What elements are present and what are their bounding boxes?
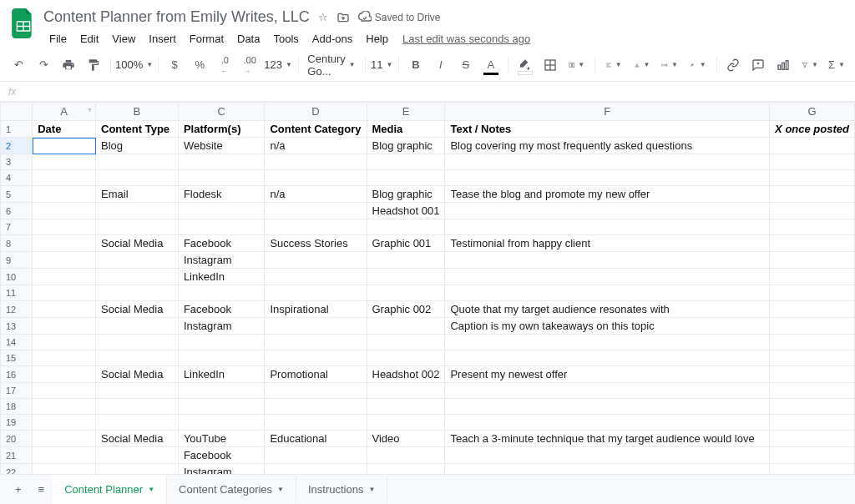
all-sheets-button[interactable]: ≡ — [30, 478, 53, 501]
cell-G6[interactable] — [770, 203, 855, 219]
cell-G1[interactable]: X once posted — [770, 121, 855, 138]
print-button[interactable] — [57, 53, 80, 77]
cell-A7[interactable] — [33, 219, 96, 235]
functions-button[interactable]: Σ▼ — [825, 53, 848, 77]
cell-F21[interactable] — [445, 447, 770, 464]
cell-E10[interactable] — [367, 269, 445, 285]
paint-format-button[interactable] — [82, 53, 105, 77]
cell-E18[interactable] — [367, 399, 445, 415]
cell-D4[interactable] — [265, 170, 367, 186]
cell-F17[interactable] — [445, 383, 770, 399]
cell-D15[interactable] — [265, 350, 367, 366]
row-num-14[interactable]: 14 — [1, 335, 33, 350]
cell-D9[interactable] — [265, 252, 367, 269]
cell-D19[interactable] — [265, 415, 367, 431]
row-num-3[interactable]: 3 — [1, 154, 33, 170]
rotate-button[interactable]: A▼ — [685, 53, 711, 77]
row-num-17[interactable]: 17 — [1, 383, 33, 399]
cell-F12[interactable]: Quote that my target audience resonates … — [445, 301, 770, 318]
fill-color-button[interactable] — [514, 53, 537, 77]
cell-E17[interactable] — [367, 383, 445, 399]
cell-G4[interactable] — [770, 170, 855, 186]
menu-data[interactable]: Data — [231, 29, 266, 48]
row-num-9[interactable]: 9 — [1, 252, 33, 269]
row-num-8[interactable]: 8 — [1, 235, 33, 252]
cell-A2[interactable] — [33, 138, 96, 154]
cell-E3[interactable] — [367, 154, 445, 170]
cell-F13[interactable]: Caption is my own takeaways on this topi… — [445, 318, 770, 335]
col-D[interactable]: D — [265, 103, 367, 121]
halign-button[interactable]: ▼ — [600, 53, 627, 77]
col-G[interactable]: G — [770, 103, 855, 121]
cell-A19[interactable] — [33, 415, 96, 431]
cell-B2[interactable]: Blog — [96, 138, 179, 154]
row-num-19[interactable]: 19 — [1, 415, 33, 431]
cell-E2[interactable]: Blog graphic — [367, 138, 445, 154]
cell-F22[interactable] — [445, 464, 770, 475]
cell-D20[interactable]: Educational — [265, 431, 367, 447]
row-num-11[interactable]: 11 — [1, 285, 33, 301]
cell-D8[interactable]: Success Stories — [265, 235, 367, 252]
filter-button[interactable]: ▼ — [797, 53, 823, 77]
cell-B1[interactable]: Content Type — [96, 121, 179, 138]
cell-B13[interactable] — [96, 318, 179, 335]
cell-G11[interactable] — [770, 285, 855, 301]
cell-B8[interactable]: Social Media — [96, 235, 179, 252]
more-formats-button[interactable]: 123▼ — [263, 53, 293, 77]
currency-button[interactable]: $ — [163, 53, 186, 77]
row-num-4[interactable]: 4 — [1, 170, 33, 186]
cell-D5[interactable]: n/a — [265, 186, 367, 203]
cell-C22[interactable]: Instagram — [178, 464, 265, 475]
col-A[interactable]: A▼ — [33, 103, 96, 121]
cell-A4[interactable] — [33, 170, 96, 186]
cell-D7[interactable] — [265, 219, 367, 235]
star-icon[interactable]: ☆ — [318, 11, 328, 23]
cell-F15[interactable] — [445, 350, 770, 366]
cell-G19[interactable] — [770, 415, 855, 431]
cell-D22[interactable] — [265, 464, 367, 475]
row-num-13[interactable]: 13 — [1, 318, 33, 335]
cell-F5[interactable]: Tease the blog and promote my new offer — [445, 186, 770, 203]
redo-button[interactable]: ↷ — [32, 53, 55, 77]
cell-A15[interactable] — [33, 350, 96, 366]
cell-C18[interactable] — [178, 399, 265, 415]
menu-insert[interactable]: Insert — [143, 29, 182, 48]
cell-F19[interactable] — [445, 415, 770, 431]
row-num-7[interactable]: 7 — [1, 219, 33, 235]
cell-E14[interactable] — [367, 335, 445, 350]
row-num-21[interactable]: 21 — [1, 447, 33, 464]
cell-G12[interactable] — [770, 301, 855, 318]
cell-D10[interactable] — [265, 269, 367, 285]
cell-A3[interactable] — [33, 154, 96, 170]
tab-instructions[interactable]: Instructions▼ — [296, 476, 387, 502]
tab-content-categories[interactable]: Content Categories▼ — [167, 476, 296, 502]
wrap-button[interactable]: ▼ — [656, 53, 683, 77]
add-sheet-button[interactable]: + — [7, 478, 30, 501]
cell-G8[interactable] — [770, 235, 855, 252]
valign-button[interactable]: ▼ — [629, 53, 655, 77]
cell-F3[interactable] — [445, 154, 770, 170]
cell-G17[interactable] — [770, 383, 855, 399]
cell-B14[interactable] — [96, 335, 179, 350]
cell-G20[interactable] — [770, 431, 855, 447]
cell-F14[interactable] — [445, 335, 770, 350]
row-num-20[interactable]: 20 — [1, 431, 33, 447]
cell-C8[interactable]: Facebook — [178, 235, 265, 252]
cell-F11[interactable] — [445, 285, 770, 301]
cell-G18[interactable] — [770, 399, 855, 415]
borders-button[interactable] — [539, 53, 562, 77]
row-num-6[interactable]: 6 — [1, 203, 33, 219]
cell-B20[interactable]: Social Media — [96, 431, 179, 447]
cell-E5[interactable]: Blog graphic — [367, 186, 445, 203]
cell-A20[interactable] — [33, 431, 96, 447]
bold-button[interactable]: B — [404, 53, 428, 77]
cell-C6[interactable] — [178, 203, 265, 219]
row-num-2[interactable]: 2 — [1, 138, 33, 154]
cell-A5[interactable] — [33, 186, 96, 203]
cell-D13[interactable] — [265, 318, 367, 335]
cell-C7[interactable] — [178, 219, 265, 235]
cell-B7[interactable] — [96, 219, 179, 235]
cell-F1[interactable]: Text / Notes — [445, 121, 770, 138]
save-status[interactable]: Saved to Drive — [358, 11, 441, 24]
cell-A17[interactable] — [33, 383, 96, 399]
